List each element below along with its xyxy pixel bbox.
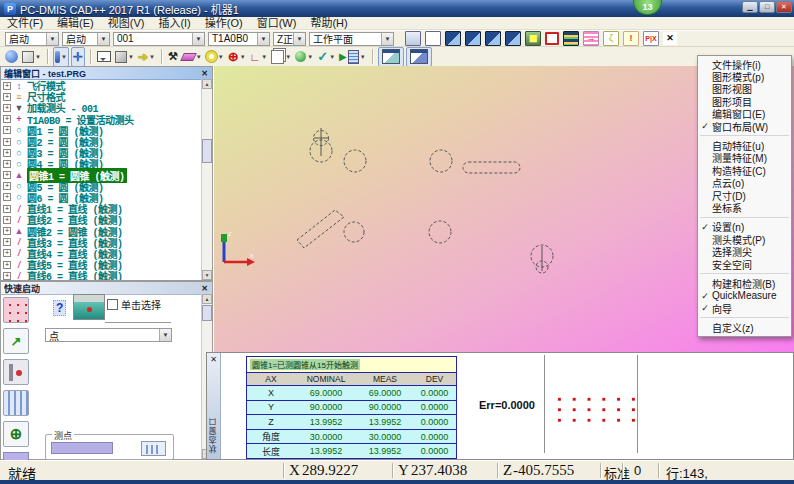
mode-combo[interactable]: 启动▼ (5, 32, 59, 46)
copy-icon[interactable]: ▼ (270, 48, 292, 66)
expand-icon[interactable]: + (3, 227, 11, 235)
close-button[interactable]: ✕ (776, 1, 792, 13)
plane-feature-icon[interactable]: ▼ (181, 48, 203, 66)
report-3-icon[interactable] (485, 31, 501, 46)
check-icon[interactable]: ✓▼ (316, 48, 336, 66)
workplane-combo[interactable]: 工作平面▼ (309, 32, 394, 46)
minimize-button[interactable]: ▁ (742, 1, 758, 13)
context-menu-item[interactable]: 安全空间 (698, 258, 791, 270)
sphere-icon[interactable] (4, 48, 19, 66)
surface-preview-thumbnail[interactable] (73, 294, 105, 320)
context-menu-item[interactable]: ✓ 向导 (698, 302, 791, 314)
menu-bar-item[interactable]: 编辑(E) (50, 17, 101, 30)
help-icon[interactable]: ? (53, 300, 66, 316)
report-1-icon[interactable] (445, 31, 461, 46)
checkbox[interactable] (107, 299, 118, 310)
excel-export-icon[interactable]: P|X (643, 31, 659, 46)
scroll-down-icon[interactable]: ▼ (202, 270, 212, 280)
view-combo[interactable]: Z正▼ (273, 32, 306, 46)
expand-icon[interactable]: + (3, 272, 11, 280)
chevron-down-icon[interactable]: ▼ (159, 329, 171, 341)
scroll-up-icon[interactable]: ▲ (202, 294, 212, 304)
close-icon[interactable]: ✕ (209, 355, 218, 364)
probe-sphere-icon[interactable]: ▼ (294, 48, 314, 66)
context-menu-item[interactable]: 坐标系 (698, 201, 791, 213)
tree-item[interactable]: + 直线6 = 直线 (触测) (1, 270, 201, 280)
chevron-down-icon[interactable]: ▼ (257, 33, 269, 45)
expand-icon[interactable]: + (3, 193, 11, 201)
expand-icon[interactable]: + (3, 126, 11, 134)
menu-bar-item[interactable]: 视图(V) (101, 17, 152, 30)
expand-icon[interactable]: + (3, 171, 11, 179)
expand-icon[interactable]: + (3, 261, 11, 269)
probe-file-combo[interactable]: 001▼ (113, 32, 205, 46)
close-icon[interactable]: ✕ (200, 284, 209, 293)
chevron-down-icon[interactable]: ▼ (46, 33, 58, 45)
caliper-icon[interactable] (3, 359, 29, 385)
expand-icon[interactable]: + (3, 216, 11, 224)
tools-icon[interactable]: ⚒ (167, 48, 179, 66)
cube-view-icon[interactable]: ▼ (21, 48, 42, 66)
circle-feature-icon[interactable]: ▼ (205, 48, 225, 66)
cad-rect-boss[interactable] (297, 210, 344, 248)
context-menu-item[interactable]: 自定义(z) (698, 321, 791, 333)
context-menu-item[interactable]: 构建和检测(B) (698, 277, 791, 289)
scroll-up-icon[interactable]: ▲ (202, 79, 212, 89)
vector-arrows-icon[interactable]: ↗ (3, 328, 29, 354)
report-frame-icon[interactable] (545, 32, 559, 45)
menu-bar-item[interactable]: 文件(F) (0, 17, 50, 30)
motion-combo[interactable]: 启动▼ (62, 32, 110, 46)
expand-icon[interactable]: + (3, 115, 11, 123)
expand-icon[interactable]: + (3, 238, 11, 246)
tree-scrollbar[interactable]: ▲ ▼ (201, 79, 212, 280)
expand-icon[interactable]: + (3, 182, 11, 190)
menu-bar-item[interactable]: 帮助(H) (303, 17, 354, 30)
cad-circle2[interactable] (430, 150, 452, 172)
edit-window-toggle[interactable] (378, 47, 404, 67)
datum-plane-icon[interactable] (3, 390, 29, 416)
menu-bar-item[interactable]: 插入(I) (151, 17, 197, 30)
menu-bar-item[interactable]: 窗口(W) (250, 17, 304, 30)
expand-icon[interactable]: + (3, 93, 11, 101)
new-window-icon[interactable] (405, 31, 421, 46)
cad-circle3[interactable] (344, 222, 364, 242)
feature-type-combo[interactable]: 点▼ (45, 328, 172, 342)
chevron-down-icon[interactable]: ▼ (293, 33, 305, 45)
comment-icon[interactable] (96, 48, 112, 66)
expand-icon[interactable]: + (3, 138, 11, 146)
alert-marker-icon[interactable]: ! (623, 31, 639, 46)
execute-icon[interactable]: ▶▼ (338, 48, 367, 66)
cad-slot[interactable] (463, 162, 520, 173)
measure-point-field[interactable] (51, 442, 113, 454)
maximize-button[interactable]: □ (759, 1, 775, 13)
scroll-thumb[interactable] (202, 139, 212, 163)
expand-icon[interactable]: + (3, 249, 11, 257)
probe-tip-combo[interactable]: T1A0B0▼ (208, 32, 270, 46)
box-3d-icon[interactable]: ▼ (114, 48, 135, 66)
report-4-icon[interactable] (505, 31, 521, 46)
chevron-down-icon[interactable]: ▼ (381, 33, 393, 45)
export-report-icon[interactable]: → (583, 31, 599, 46)
target-feature-icon[interactable]: ⊕▼ (227, 48, 247, 66)
expand-icon[interactable]: + (3, 160, 11, 168)
wizard-icon[interactable]: ✕ (663, 32, 677, 45)
expand-icon[interactable]: + (3, 205, 11, 213)
scroll-thumb[interactable] (202, 305, 212, 321)
auto-feature-points-icon[interactable] (3, 297, 29, 323)
report-window-toggle[interactable] (406, 47, 432, 67)
expand-icon[interactable]: + (3, 82, 11, 90)
chevron-down-icon[interactable]: ▼ (192, 33, 204, 45)
cad-circle1[interactable] (344, 150, 366, 172)
context-menu-item[interactable]: ✓ 窗口布局(W) (698, 120, 791, 132)
cad-circle4[interactable] (429, 221, 451, 243)
pan-icon[interactable]: ✛ (71, 47, 85, 67)
probe-icon[interactable]: ▼ (53, 47, 69, 67)
cad-report-icon[interactable]: ▦ (525, 31, 541, 46)
close-icon[interactable]: ✕ (200, 69, 209, 78)
goto-arrow-icon[interactable]: ➔▼ (137, 48, 156, 66)
menu-bar-item[interactable]: 操作(O) (198, 17, 250, 30)
report-2-icon[interactable] (465, 31, 481, 46)
open-window-icon[interactable] (425, 31, 441, 46)
axis-feature-icon[interactable]: ∟▼ (249, 48, 269, 66)
report-edit-icon[interactable] (563, 31, 579, 46)
